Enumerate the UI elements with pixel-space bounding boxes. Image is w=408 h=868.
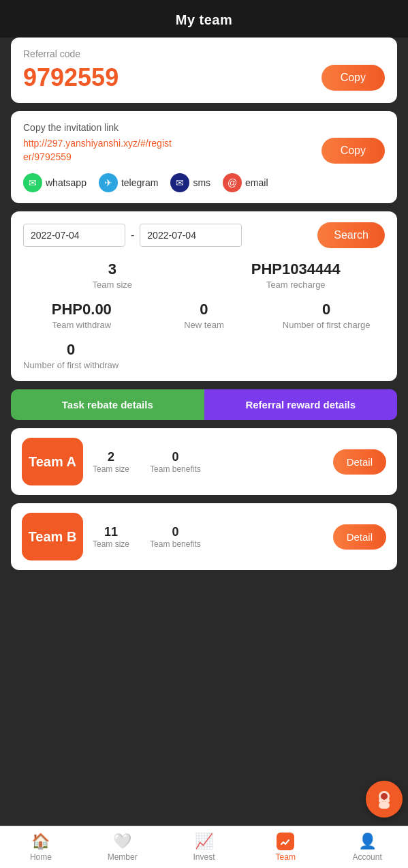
svg-point-4: [379, 798, 383, 803]
team-recharge-label: Team recharge: [207, 280, 386, 290]
page-title: My team: [0, 0, 408, 38]
team-b-size-value: 11: [93, 525, 129, 539]
svg-point-5: [386, 798, 390, 803]
date-to-input[interactable]: [140, 224, 242, 247]
team-withdraw-value: PHP0.00: [23, 301, 140, 318]
team-a-size: 2 Team size: [93, 450, 129, 474]
copy-link-button[interactable]: Copy: [321, 138, 385, 164]
team-a-benefits-value: 0: [150, 450, 201, 464]
referral-code-value: 9792559: [23, 63, 119, 92]
email-label: email: [245, 177, 268, 188]
first-charge-value: 0: [268, 301, 385, 318]
sms-share[interactable]: ✉ sms: [170, 173, 210, 192]
toggle-row: Task rebate details Referral reward deta…: [11, 389, 397, 420]
whatsapp-share[interactable]: ✉ whatsapp: [23, 173, 87, 192]
new-team-stat: 0 New team: [146, 301, 263, 330]
team-withdraw-stat: PHP0.00 Team withdraw: [23, 301, 140, 330]
date-filter-row: - Search: [23, 222, 385, 248]
team-label: Team: [276, 852, 296, 862]
home-label: Home: [30, 852, 52, 862]
team-a-size-label: Team size: [93, 464, 129, 474]
invitation-link-label: Copy the invitation link: [23, 122, 385, 133]
svg-rect-3: [379, 802, 390, 809]
first-withdraw-value: 0: [23, 341, 119, 359]
team-size-value: 3: [23, 260, 202, 278]
team-icon: [277, 833, 294, 850]
bottom-nav: 🏠 Home 🤍 Member 📈 Invest Team 👤 Account: [0, 826, 408, 868]
social-share-row: ✉ whatsapp ✈ telegram ✉ sms @ email: [23, 173, 385, 192]
team-a-benefits: 0 Team benefits: [150, 450, 201, 474]
team-b-size: 11 Team size: [93, 525, 129, 549]
nav-team[interactable]: Team: [245, 826, 326, 868]
referral-code-label: Referral code: [23, 48, 385, 59]
team-b-benefits-value: 0: [150, 525, 201, 539]
team-b-benefits-label: Team benefits: [150, 539, 201, 549]
copy-code-button[interactable]: Copy: [321, 65, 385, 91]
nav-home[interactable]: 🏠 Home: [0, 826, 82, 868]
invest-label: Invest: [193, 852, 215, 862]
team-recharge-value: PHP1034444: [207, 260, 386, 278]
search-button[interactable]: Search: [317, 222, 385, 248]
email-icon: @: [223, 173, 242, 192]
team-a-size-value: 2: [93, 450, 129, 464]
telegram-share[interactable]: ✈ telegram: [99, 173, 158, 192]
team-a-benefits-label: Team benefits: [150, 464, 201, 474]
date-from-input[interactable]: [23, 224, 125, 247]
sms-label: sms: [193, 177, 210, 188]
member-icon: 🤍: [113, 833, 131, 850]
nav-account[interactable]: 👤 Account: [326, 826, 408, 868]
account-icon: 👤: [358, 833, 377, 850]
team-a-badge: Team A: [22, 438, 83, 485]
new-team-value: 0: [146, 301, 263, 318]
support-bubble[interactable]: [366, 781, 403, 818]
email-share[interactable]: @ email: [223, 173, 268, 192]
team-b-card: Team B 11 Team size 0 Team benefits Deta…: [11, 503, 397, 570]
team-b-detail-button[interactable]: Detail: [333, 524, 386, 550]
telegram-label: telegram: [121, 177, 158, 188]
whatsapp-icon: ✉: [23, 173, 42, 192]
referral-code-card: Referral code 9792559 Copy: [11, 38, 397, 103]
referral-reward-toggle[interactable]: Referral reward details: [204, 389, 398, 420]
first-withdraw-label: Number of first withdraw: [23, 360, 119, 370]
team-b-size-label: Team size: [93, 539, 129, 549]
stats-row-1: 3 Team size PHP1034444 Team recharge: [23, 260, 385, 290]
date-separator: -: [131, 229, 134, 241]
member-label: Member: [108, 852, 138, 862]
first-withdraw-stat: 0 Number of first withdraw: [23, 341, 119, 370]
team-b-stats: 11 Team size 0 Team benefits: [93, 525, 324, 549]
stats-row-2: PHP0.00 Team withdraw 0 New team 0 Numbe…: [23, 301, 385, 330]
stats-card: - Search 3 Team size PHP1034444 Team rec…: [11, 211, 397, 381]
account-label: Account: [352, 852, 381, 862]
team-a-detail-button[interactable]: Detail: [333, 449, 386, 475]
invest-icon: 📈: [195, 833, 213, 850]
sms-icon: ✉: [170, 173, 189, 192]
team-a-card: Team A 2 Team size 0 Team benefits Detai…: [11, 428, 397, 495]
svg-rect-6: [280, 836, 291, 847]
task-rebate-toggle[interactable]: Task rebate details: [11, 389, 204, 420]
team-withdraw-label: Team withdraw: [23, 320, 140, 330]
nav-member[interactable]: 🤍 Member: [82, 826, 163, 868]
invitation-link-card: Copy the invitation link http://297.yans…: [11, 111, 397, 203]
stats-row-3: 0 Number of first withdraw: [23, 341, 385, 370]
first-charge-stat: 0 Number of first charge: [268, 301, 385, 330]
invitation-link-value: http://297.yanshiyanshi.xyz/#/register/9…: [23, 137, 173, 164]
team-a-stats: 2 Team size 0 Team benefits: [93, 450, 324, 474]
team-b-badge: Team B: [22, 513, 83, 560]
team-size-label: Team size: [23, 280, 202, 290]
whatsapp-label: whatsapp: [46, 177, 87, 188]
team-recharge-stat: PHP1034444 Team recharge: [207, 260, 386, 290]
telegram-icon: ✈: [99, 173, 118, 192]
first-charge-label: Number of first charge: [268, 320, 385, 330]
team-b-benefits: 0 Team benefits: [150, 525, 201, 549]
team-size-stat: 3 Team size: [23, 260, 202, 290]
home-icon: 🏠: [31, 833, 50, 850]
new-team-label: New team: [146, 320, 263, 330]
nav-invest[interactable]: 📈 Invest: [163, 826, 245, 868]
